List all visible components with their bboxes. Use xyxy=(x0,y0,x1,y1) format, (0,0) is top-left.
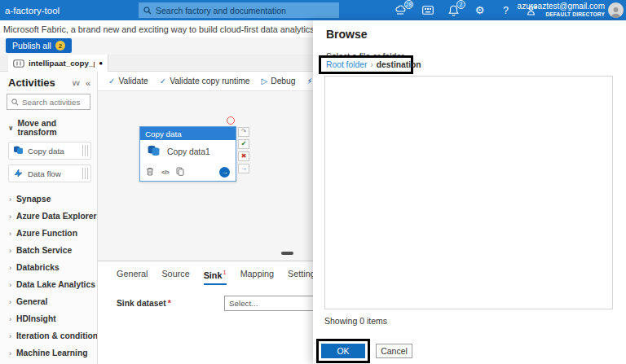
collapse-panel-icon[interactable]: « xyxy=(86,78,90,88)
global-search-input[interactable]: Search factory and documentation xyxy=(139,2,339,18)
help-icon[interactable]: ? xyxy=(500,4,512,16)
debug-button[interactable]: ▷ Debug xyxy=(262,77,296,86)
chevron-down-icon: ∨ xyxy=(8,125,14,132)
factory-title: a-factory-tool xyxy=(0,6,60,15)
tab-settings[interactable]: Settings xyxy=(288,269,313,285)
publish-bar: Publish all 2 xyxy=(0,37,313,55)
publish-all-button[interactable]: Publish all 2 xyxy=(6,38,72,53)
add-trigger-button[interactable]: ⚡ Add tri xyxy=(307,77,313,86)
failure-connector-icon[interactable]: ✖ xyxy=(238,151,249,161)
lightning-icon: ⚡ xyxy=(307,77,313,86)
group-machine-learning[interactable]: ›Machine Learning xyxy=(0,344,97,362)
group-azure-function[interactable]: ›Azure Function xyxy=(0,225,97,242)
editor-tab-bar: intellipaat_copy_pi... ● xyxy=(0,55,313,72)
group-databricks[interactable]: ›Databricks xyxy=(0,259,97,276)
account-directory: DEFAULT DIRECTORY xyxy=(518,11,605,17)
group-general[interactable]: ›General xyxy=(0,293,97,310)
activity-node-body: Copy data1 xyxy=(140,140,236,164)
file-list[interactable] xyxy=(324,76,613,309)
required-asterisk: * xyxy=(168,299,171,308)
activities-search-placeholder: Search activities xyxy=(22,98,80,107)
copy-data-icon xyxy=(147,144,161,160)
breadcrumb-current: destination xyxy=(377,60,421,69)
breadcrumb-highlight-box: Root folder › destination xyxy=(319,55,413,74)
drag-handle[interactable] xyxy=(82,145,88,156)
validate-button[interactable]: ✓ Validate xyxy=(108,77,148,86)
activity-properties-panel: General Source Sink1 Mapping Settings Us… xyxy=(98,261,313,364)
pipeline-editor: ✓ Validate ✓ Validate copy runtime ▷ Deb… xyxy=(98,72,313,364)
notifications-badge: 2 xyxy=(456,0,465,9)
browse-panel: Browse Select a file or folder. Root fol… xyxy=(313,20,626,364)
top-bar: a-factory-tool Search factory and docume… xyxy=(0,0,626,20)
group-synapse[interactable]: ›Synapse xyxy=(0,191,97,208)
code-icon[interactable]: </> xyxy=(161,169,169,176)
group-iteration-conditionals[interactable]: ›Iteration & conditionals xyxy=(0,327,97,344)
group-hdinsight[interactable]: ›HDInsight xyxy=(0,310,97,327)
open-activity-icon[interactable]: → xyxy=(219,167,230,178)
tab-sink[interactable]: Sink1 xyxy=(204,269,227,285)
account-email: azureaztest@gmail.com xyxy=(518,2,605,11)
activity-data-flow[interactable]: Data flow xyxy=(8,164,91,182)
browse-title: Browse xyxy=(313,20,626,41)
unsaved-dot-icon: ● xyxy=(99,60,103,67)
group-azure-data-explorer[interactable]: ›Azure Data Explorer xyxy=(0,208,97,225)
copy-data-icon xyxy=(13,143,24,158)
breadcrumb-root-link[interactable]: Root folder xyxy=(326,60,367,69)
avatar[interactable] xyxy=(608,2,624,18)
notifications-bell-icon[interactable]: 2 xyxy=(447,4,460,16)
whats-new-icon[interactable]: 28 xyxy=(395,4,408,16)
tab-source[interactable]: Source xyxy=(161,269,189,285)
search-icon xyxy=(11,94,19,109)
sink-dataset-select[interactable]: Select... xyxy=(224,296,313,311)
breakpoint-circle-icon[interactable] xyxy=(227,116,235,125)
canvas-toolbar: ✓ Validate ✓ Validate copy runtime ▷ Deb… xyxy=(98,72,313,91)
skipped-connector-icon[interactable]: ↷ xyxy=(238,127,249,137)
drag-handle[interactable] xyxy=(82,168,88,179)
copy-data-activity-node[interactable]: Copy data Copy data1 </> → xyxy=(139,126,236,182)
item-count-status: Showing 0 items xyxy=(324,316,387,326)
keyboard-shortcuts-icon[interactable] xyxy=(421,4,434,16)
activities-header: Activities ∨∨ « xyxy=(0,72,97,92)
sink-error-badge: 1 xyxy=(223,269,226,276)
activities-title: Activities xyxy=(8,77,67,89)
tab-general[interactable]: General xyxy=(117,269,148,285)
tab-pipeline-label: intellipaat_copy_pi... xyxy=(29,59,95,68)
clone-icon[interactable] xyxy=(176,164,184,179)
activity-copy-data[interactable]: Copy data xyxy=(8,142,91,160)
activities-tree: ›Synapse ›Azure Data Explorer ›Azure Fun… xyxy=(0,187,97,364)
account-info[interactable]: azureaztest@gmail.com DEFAULT DIRECTORY xyxy=(518,2,605,17)
ok-button[interactable]: OK xyxy=(321,344,365,358)
group-move-and-transform[interactable]: ∨ Move and transform xyxy=(0,115,97,142)
breadcrumb-separator: › xyxy=(370,60,373,69)
data-flow-icon xyxy=(13,166,24,181)
activity-node-header[interactable]: Copy data xyxy=(140,127,236,140)
panel-resize-handle[interactable] xyxy=(281,252,293,255)
activity-output-connectors: ↷ ✔ ✖ → xyxy=(238,127,249,173)
validate-copy-runtime-button[interactable]: ✓ Validate copy runtime xyxy=(160,77,250,86)
settings-gear-icon[interactable]: ⚙ xyxy=(474,4,486,16)
play-icon: ▷ xyxy=(262,77,268,86)
ok-highlight-box: OK xyxy=(316,339,370,363)
adf-studio-window: a-factory-tool Search factory and docume… xyxy=(0,0,626,364)
collapse-all-icon[interactable]: ∨∨ xyxy=(72,79,79,87)
pipeline-icon xyxy=(13,56,24,71)
check-icon: ✓ xyxy=(108,77,115,86)
activities-search-input[interactable]: Search activities xyxy=(7,94,90,110)
completion-connector-icon[interactable]: → xyxy=(238,164,249,173)
pipeline-canvas[interactable]: Copy data Copy data1 </> → xyxy=(98,91,313,261)
success-connector-icon[interactable]: ✔ xyxy=(238,139,249,149)
group-data-lake-analytics[interactable]: ›Data Lake Analytics xyxy=(0,276,97,293)
properties-tabs: General Source Sink1 Mapping Settings Us… xyxy=(98,261,313,285)
check-icon: ✓ xyxy=(160,77,166,86)
global-search-placeholder: Search factory and documentation xyxy=(156,6,286,15)
whats-new-badge: 28 xyxy=(404,0,413,9)
tab-mapping[interactable]: Mapping xyxy=(240,269,274,285)
activities-panel: Activities ∨∨ « Search activities ∨ Move… xyxy=(0,72,98,364)
publish-pending-badge: 2 xyxy=(55,41,65,50)
activity-name: Copy data1 xyxy=(167,147,210,156)
group-batch-service[interactable]: ›Batch Service xyxy=(0,242,97,259)
tab-pipeline[interactable]: intellipaat_copy_pi... ● xyxy=(8,55,108,72)
search-icon xyxy=(143,3,152,18)
cancel-button[interactable]: Cancel xyxy=(376,344,412,358)
delete-icon[interactable] xyxy=(146,164,154,179)
